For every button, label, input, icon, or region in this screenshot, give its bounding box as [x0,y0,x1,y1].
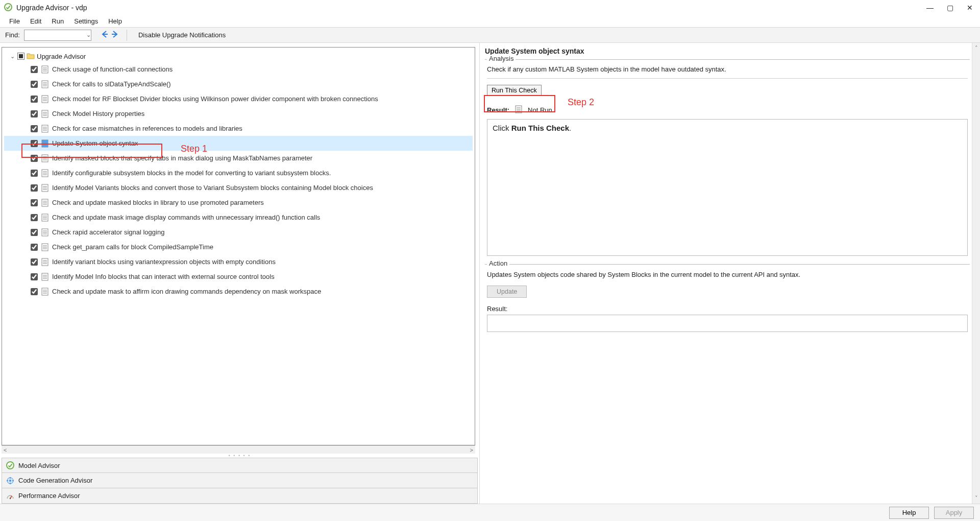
result-body-suffix: . [569,124,571,132]
document-icon [41,273,49,281]
menu-run[interactable]: Run [46,16,69,27]
tree-item-label: Identify masked blocks that specify tabs… [52,154,312,162]
advisor-performance[interactable]: Performance Advisor [2,488,478,504]
result-body-prefix: Click [493,124,511,132]
svg-point-69 [10,498,11,499]
advisor-model[interactable]: Model Advisor [2,458,478,473]
tree-horizontal-scrollbar[interactable]: <> [2,445,475,454]
advisor-codegen[interactable]: Code Generation Advisor [2,473,478,488]
tree-item-checkbox[interactable] [31,81,38,88]
check-tree[interactable]: ⌄ Upgrade Advisor Check usage of functio… [2,47,475,445]
tree-item[interactable]: Check Model History properties [4,106,473,121]
tree-item[interactable]: Check and update mask to affirm icon dra… [4,284,473,299]
tree-item-checkbox[interactable] [31,273,38,280]
action-description: Updates System objects code shared by Sy… [487,270,968,279]
tree-item-label: Check rapid accelerator signal logging [52,228,164,236]
find-prev-button[interactable] [100,30,109,40]
tree-item-checkbox[interactable] [31,258,38,266]
tree-item-checkbox[interactable] [31,110,38,117]
tree-item-checkbox[interactable] [31,214,38,221]
action-result-label: Result: [487,305,968,313]
tree-item-label: Check for calls to slDataTypeAndScale() [52,80,171,88]
toolbar-separator [127,30,127,41]
tree-item[interactable]: Identify variant blocks using variantexp… [4,254,473,269]
menubar: File Edit Run Settings Help [0,15,980,28]
result-status: Not Run [528,106,552,114]
find-input[interactable] [24,30,91,41]
tree-item-label: Check and update masked blocks in librar… [52,199,264,206]
tree-item[interactable]: Check for calls to slDataTypeAndScale() [4,77,473,91]
update-button[interactable]: Update [487,286,527,298]
tree-item[interactable]: Check rapid accelerator signal logging [4,225,473,240]
right-scrollbar[interactable]: ˄˅ [972,43,980,504]
app-icon [4,3,12,13]
run-this-check-button[interactable]: Run This Check [487,85,542,96]
svg-point-65 [7,462,14,469]
menu-help[interactable]: Help [103,16,127,27]
tree-item[interactable]: Check for case mismatches in references … [4,121,473,136]
tree-item-checkbox[interactable] [31,244,38,251]
find-next-button[interactable] [110,30,119,40]
tree-item-checkbox[interactable] [31,140,38,147]
document-icon [41,243,49,251]
document-icon [41,228,49,236]
tree-root-label: Upgrade Advisor [37,53,86,60]
tree-item[interactable]: Check usage of function-call connections [4,62,473,77]
root-checkbox[interactable] [17,53,24,60]
step1-label: Step 1 [181,144,207,154]
disable-notifications-button[interactable]: Disable Upgrade Notifications [134,30,230,40]
advisor-performance-label: Performance Advisor [18,492,80,500]
tree-item-label: Update System object syntax [52,139,138,147]
advisor-model-label: Model Advisor [18,462,60,469]
document-icon [41,65,49,74]
help-button[interactable]: Help [889,507,929,519]
advisor-list: Model Advisor Code Generation Advisor Pe… [2,458,478,504]
tree-item-checkbox[interactable] [31,170,38,177]
tree-item-checkbox[interactable] [31,155,38,162]
tree-item-checkbox[interactable] [31,96,38,103]
detail-panel: Update System object syntax Analysis Che… [480,43,972,504]
menu-settings[interactable]: Settings [69,16,103,27]
tree-item[interactable]: Check and update masked blocks in librar… [4,195,473,210]
tree-item[interactable]: Identify masked blocks that specify tabs… [4,151,473,165]
analysis-section: Analysis Check if any custom MATLAB Syst… [485,59,970,260]
minimize-button[interactable]: — [926,4,934,12]
expand-icon[interactable]: ⌄ [9,53,15,60]
tree-item-label: Check and update mask to affirm icon dra… [52,288,321,295]
tree-item-label: Check model for RF Blockset Divider bloc… [52,95,378,103]
tree-item-checkbox[interactable] [31,184,38,192]
document-icon [41,199,49,207]
find-dropdown-icon[interactable]: ⌄ [86,32,91,38]
resize-grip[interactable]: • • • • • [0,454,479,458]
find-label: Find: [5,31,20,39]
document-icon [41,169,49,177]
menu-edit[interactable]: Edit [25,16,46,27]
apply-button[interactable]: Apply [934,507,974,519]
tree-item-label: Identify variant blocks using variantexp… [52,258,276,266]
tree-item-label: Check for case mismatches in references … [52,125,242,132]
tree-item-label: Identify Model Variants blocks and conve… [52,184,373,192]
tree-item-checkbox[interactable] [31,229,38,236]
result-label: Result: [487,106,509,114]
document-icon [41,184,49,192]
tree-item[interactable]: Identify Model Variants blocks and conve… [4,180,473,195]
tree-item-checkbox[interactable] [31,66,38,73]
tree-item-checkbox[interactable] [31,288,38,295]
tree-item-checkbox[interactable] [31,125,38,132]
tree-item[interactable]: Identify configurable subsystem blocks i… [4,165,473,180]
document-icon [41,139,49,148]
menu-file[interactable]: File [4,16,25,27]
toolbar: Find: ⌄ Disable Upgrade Notifications [0,28,980,43]
tree-item[interactable]: Identify Model Info blocks that can inte… [4,269,473,284]
tree-item[interactable]: Check and update mask image display comm… [4,210,473,225]
tree-item[interactable]: Check model for RF Blockset Divider bloc… [4,91,473,106]
document-icon [41,288,49,296]
tree-item[interactable]: Update System object syntax [4,136,473,151]
close-button[interactable]: ✕ [967,4,973,12]
tree-item-checkbox[interactable] [31,199,38,206]
tree-item[interactable]: Check get_param calls for block Compiled… [4,240,473,254]
tree-root[interactable]: ⌄ Upgrade Advisor [4,51,473,62]
maximize-button[interactable]: ▢ [947,4,953,12]
document-icon [41,258,49,266]
document-icon [41,154,49,162]
